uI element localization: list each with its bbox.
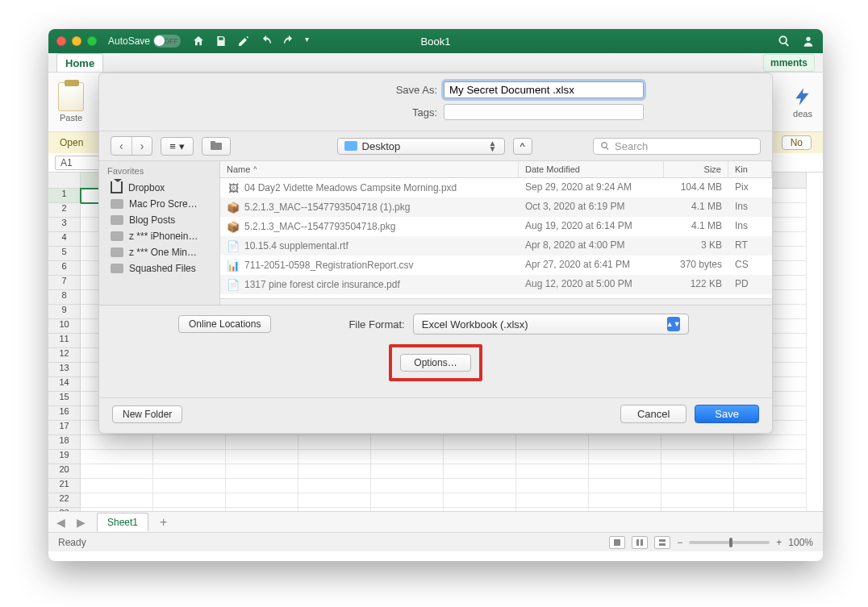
file-row[interactable]: 📄10.15.4 supplemental.rtf Apr 8, 2020 at… bbox=[220, 236, 772, 256]
location-dropdown[interactable]: Desktop ▲▼ bbox=[337, 138, 505, 155]
row-header[interactable]: 19 bbox=[48, 450, 81, 464]
cell[interactable] bbox=[734, 450, 807, 464]
ideas-button[interactable]: deas bbox=[792, 86, 813, 118]
nav-forward-button[interactable]: › bbox=[132, 137, 152, 155]
row-header[interactable]: 21 bbox=[48, 479, 81, 493]
home-icon[interactable] bbox=[192, 35, 205, 48]
row-header[interactable]: 8 bbox=[48, 290, 81, 305]
autosave-toggle[interactable]: AutoSave OFF bbox=[108, 35, 181, 48]
row-header[interactable]: 17 bbox=[48, 421, 81, 435]
cell[interactable] bbox=[444, 450, 516, 464]
cell[interactable] bbox=[661, 479, 734, 493]
cell[interactable] bbox=[298, 435, 371, 450]
row-header[interactable]: 13 bbox=[48, 363, 81, 377]
zoom-in-button[interactable]: + bbox=[776, 537, 782, 548]
cell[interactable] bbox=[153, 493, 226, 508]
toggle-switch[interactable]: OFF bbox=[153, 35, 181, 48]
row-header[interactable]: 4 bbox=[48, 232, 81, 247]
row-header[interactable]: 14 bbox=[48, 377, 81, 392]
cell[interactable] bbox=[444, 435, 516, 450]
search-field[interactable]: Search bbox=[593, 138, 761, 155]
row-header[interactable]: 20 bbox=[48, 464, 81, 479]
cell[interactable] bbox=[734, 435, 807, 450]
row-header[interactable]: 16 bbox=[48, 406, 81, 421]
comments-button[interactable]: mments bbox=[763, 54, 815, 72]
maximize-window-button[interactable] bbox=[87, 36, 97, 46]
options-button[interactable]: Options… bbox=[400, 354, 470, 372]
view-layout-icon[interactable] bbox=[632, 536, 648, 549]
cell[interactable] bbox=[444, 464, 516, 479]
cancel-button[interactable]: Cancel bbox=[620, 405, 686, 423]
row-header[interactable]: 22 bbox=[48, 493, 81, 508]
row-header[interactable]: 7 bbox=[48, 276, 81, 290]
sidebar-item[interactable]: Dropbox bbox=[99, 179, 219, 196]
cell[interactable] bbox=[298, 493, 371, 508]
cell[interactable] bbox=[516, 479, 589, 493]
redo-icon[interactable] bbox=[282, 35, 295, 48]
row-header[interactable]: 12 bbox=[48, 348, 81, 363]
row-header[interactable]: 2 bbox=[48, 203, 81, 218]
cell[interactable] bbox=[661, 435, 734, 450]
cell[interactable] bbox=[589, 450, 661, 464]
cell[interactable] bbox=[81, 493, 153, 508]
file-row[interactable]: 📄1317 pine forest circle insurance.pdf A… bbox=[220, 275, 772, 294]
cell[interactable] bbox=[516, 450, 589, 464]
cell[interactable] bbox=[661, 450, 734, 464]
cell[interactable] bbox=[516, 493, 589, 508]
cell[interactable] bbox=[226, 508, 298, 511]
cell[interactable] bbox=[226, 493, 298, 508]
sidebar-item[interactable]: z *** One Min… bbox=[99, 244, 219, 260]
cell[interactable] bbox=[589, 508, 661, 511]
cell[interactable] bbox=[371, 435, 444, 450]
save-button[interactable]: Save bbox=[695, 405, 759, 423]
add-sheet-button[interactable]: + bbox=[160, 515, 167, 530]
new-folder-button[interactable]: New Folder bbox=[112, 405, 182, 423]
cell[interactable] bbox=[226, 435, 298, 450]
cell[interactable] bbox=[153, 464, 226, 479]
name-box[interactable]: A1 bbox=[55, 156, 103, 170]
cell[interactable] bbox=[589, 493, 661, 508]
no-button[interactable]: No bbox=[782, 135, 812, 150]
sidebar-item[interactable]: Squashed Files bbox=[99, 260, 219, 276]
paste-group[interactable]: Paste bbox=[58, 82, 84, 123]
cell[interactable] bbox=[153, 479, 226, 493]
minimize-window-button[interactable] bbox=[72, 36, 81, 46]
cell[interactable] bbox=[81, 479, 153, 493]
cell[interactable] bbox=[734, 493, 807, 508]
cell[interactable] bbox=[153, 450, 226, 464]
col-size[interactable]: Size bbox=[664, 161, 728, 177]
cell[interactable] bbox=[226, 464, 298, 479]
row-header[interactable]: 15 bbox=[48, 392, 81, 406]
col-name[interactable]: Name ^ bbox=[220, 161, 519, 177]
row-header[interactable]: 23 bbox=[48, 508, 81, 511]
cell[interactable] bbox=[371, 464, 444, 479]
row-header[interactable]: 10 bbox=[48, 319, 81, 334]
row-header[interactable]: 1 bbox=[48, 189, 81, 203]
sheet-nav-next-icon[interactable]: ▶ bbox=[77, 516, 86, 529]
zoom-slider[interactable] bbox=[689, 541, 770, 544]
cell[interactable] bbox=[298, 464, 371, 479]
cell[interactable] bbox=[298, 508, 371, 511]
cell[interactable] bbox=[734, 479, 807, 493]
cell[interactable] bbox=[371, 450, 444, 464]
cell[interactable] bbox=[734, 464, 807, 479]
edit-icon[interactable] bbox=[237, 35, 250, 48]
cell[interactable] bbox=[226, 479, 298, 493]
cell[interactable] bbox=[371, 479, 444, 493]
file-format-dropdown[interactable]: Excel Workbook (.xlsx) ▲▼ bbox=[413, 314, 689, 335]
view-break-icon[interactable] bbox=[654, 536, 670, 549]
tab-home[interactable]: Home bbox=[56, 53, 103, 72]
tags-input[interactable] bbox=[444, 104, 644, 120]
sidebar-item[interactable]: z *** iPhonein… bbox=[99, 228, 219, 244]
cell[interactable] bbox=[589, 435, 661, 450]
col-date[interactable]: Date Modified bbox=[519, 161, 664, 177]
cell[interactable] bbox=[589, 464, 661, 479]
cell[interactable] bbox=[661, 508, 734, 511]
cell[interactable] bbox=[81, 464, 153, 479]
close-window-button[interactable] bbox=[56, 36, 66, 46]
cell[interactable] bbox=[226, 450, 298, 464]
cell[interactable] bbox=[589, 479, 661, 493]
cell[interactable] bbox=[153, 508, 226, 511]
cell[interactable] bbox=[734, 508, 807, 511]
cell[interactable] bbox=[516, 508, 589, 511]
